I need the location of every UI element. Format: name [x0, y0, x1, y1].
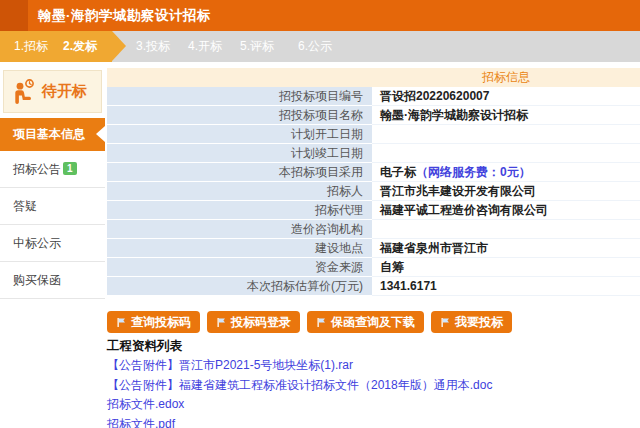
sidebar-item-label: 购买保函 — [13, 273, 61, 287]
row-value — [372, 144, 640, 163]
row-value: 1341.6171 — [372, 277, 640, 296]
file-link-announcement-attachment-rar[interactable]: 【公告附件】晋江市P2021-5号地块坐标(1).rar — [107, 356, 627, 376]
table-row: 本招标项目采用 电子标（网络服务费：0元） — [107, 163, 640, 182]
project-file-list: 工程资料列表 【公告附件】晋江市P2021-5号地块坐标(1).rar 【公告附… — [107, 336, 627, 428]
table-row: 招投标项目编号 晋设招20220620007 — [107, 87, 640, 106]
sidebar-menu: 招标公告1 答疑 中标公示 购买保函 — [0, 151, 105, 299]
row-label: 计划竣工日期 — [107, 144, 372, 163]
row-value — [372, 125, 640, 144]
section-title: 招标信息 — [372, 68, 640, 87]
tab-step-1-zhaobiao[interactable]: 1.招标 — [14, 31, 48, 62]
row-label: 招标人 — [107, 182, 372, 201]
table-row: 资金来源 自筹 — [107, 258, 640, 277]
active-item-arrow-icon — [96, 126, 105, 142]
row-value: 自筹 — [372, 258, 640, 277]
status-box: 待开标 — [3, 70, 102, 113]
i-want-to-bid-button[interactable]: 我要投标 — [431, 311, 512, 333]
count-badge: 1 — [63, 162, 77, 175]
row-value: 电子标（网络服务费：0元） — [372, 163, 640, 182]
table-row: 本次招标估算价(万元) 1341.6171 — [107, 277, 640, 296]
row-value: 翰墨·海韵学城勘察设计招标 — [372, 106, 640, 125]
bidding-platform-page: 翰墨·海韵学城勘察设计招标 1.招标 2.发标 3.投标 4.开标 5.评标 6… — [0, 0, 640, 428]
table-row: 建设地点 福建省泉州市晋江市 — [107, 239, 640, 258]
sidebar-item-label: 中标公示 — [13, 236, 61, 250]
row-label: 建设地点 — [107, 239, 372, 258]
row-label: 招标代理 — [107, 201, 372, 220]
query-bid-code-button[interactable]: 查询投标码 — [107, 311, 200, 333]
table-row: 计划竣工日期 — [107, 144, 640, 163]
file-list-title: 工程资料列表 — [107, 336, 627, 356]
row-label: 计划开工日期 — [107, 125, 372, 144]
file-link-announcement-attachment-doc[interactable]: 【公告附件】福建省建筑工程标准设计招标文件（2018年版）通用本.doc — [107, 376, 627, 396]
row-label: 本招标项目采用 — [107, 163, 372, 182]
flag-icon — [216, 317, 227, 328]
tab-step-3-toubiao[interactable]: 3.投标 — [136, 31, 170, 62]
sidebar-item-buy-guarantee[interactable]: 购买保函 — [0, 262, 105, 299]
tab-step-5-pingbiao[interactable]: 5.评标 — [240, 31, 274, 62]
action-buttons: 查询投标码 投标码登录 保函查询及下载 我要投标 — [107, 311, 512, 333]
row-value: 福建省泉州市晋江市 — [372, 239, 640, 258]
row-value: 晋设招20220620007 — [372, 87, 640, 106]
row-label: 招投标项目名称 — [107, 106, 372, 125]
flag-icon — [116, 317, 127, 328]
row-value: 福建平诚工程造价咨询有限公司 — [372, 201, 640, 220]
table-row: 招标人 晋江市兆丰建设开发有限公司 — [107, 182, 640, 201]
row-label: 招投标项目编号 — [107, 87, 372, 106]
row-label: 造价咨询机构 — [107, 220, 372, 239]
row-value — [372, 220, 640, 239]
sidebar-item-label: 答疑 — [13, 199, 37, 213]
sidebar-item-label: 项目基本信息 — [13, 127, 85, 141]
tender-info-table: 招标信息 招投标项目编号 晋设招20220620007 招投标项目名称 翰墨·海… — [107, 68, 640, 296]
row-label: 资金来源 — [107, 258, 372, 277]
tab-step-6-gongshi[interactable]: 6.公示 — [298, 31, 332, 62]
project-title: 翰墨·海韵学城勘察设计招标 — [38, 0, 211, 31]
table-section-header: 招标信息 — [107, 68, 640, 87]
status-label: 待开标 — [42, 82, 87, 101]
waiting-person-clock-icon — [12, 78, 36, 106]
guarantee-query-download-button[interactable]: 保函查询及下载 — [307, 311, 424, 333]
tab-step-4-kaibiao[interactable]: 4.开标 — [188, 31, 222, 62]
sidebar-item-label: 招标公告 — [13, 162, 61, 176]
sidebar-item-award-publicity[interactable]: 中标公示 — [0, 225, 105, 262]
table-row: 造价咨询机构 — [107, 220, 640, 239]
sidebar-item-project-basic-info[interactable]: 项目基本信息 — [0, 118, 105, 151]
file-link-tender-document-pdf[interactable]: 招标文件.pdf — [107, 415, 627, 428]
row-label: 本次招标估算价(万元) — [107, 277, 372, 296]
chevron-right-icon — [112, 31, 126, 61]
table-row: 计划开工日期 — [107, 125, 640, 144]
sidebar: 待开标 项目基本信息 招标公告1 答疑 中标公示 购买保函 — [0, 62, 105, 428]
step-tabbar: 1.招标 2.发标 3.投标 4.开标 5.评标 6.公示 — [0, 31, 640, 62]
row-value: 晋江市兆丰建设开发有限公司 — [372, 182, 640, 201]
network-fee-note: （网络服务费：0元） — [416, 165, 531, 179]
sidebar-item-tender-announcement[interactable]: 招标公告1 — [0, 151, 105, 188]
logo-square — [0, 0, 28, 31]
table-row: 招标代理 福建平诚工程造价咨询有限公司 — [107, 201, 640, 220]
title-bar: 翰墨·海韵学城勘察设计招标 — [0, 0, 640, 31]
table-row: 招投标项目名称 翰墨·海韵学城勘察设计招标 — [107, 106, 640, 125]
file-link-tender-document-edox[interactable]: 招标文件.edox — [107, 395, 627, 415]
flag-icon — [316, 317, 327, 328]
bid-code-login-button[interactable]: 投标码登录 — [207, 311, 300, 333]
flag-icon — [440, 317, 451, 328]
tab-step-2-fabiao[interactable]: 2.发标 — [63, 31, 97, 62]
sidebar-item-qa[interactable]: 答疑 — [0, 188, 105, 225]
